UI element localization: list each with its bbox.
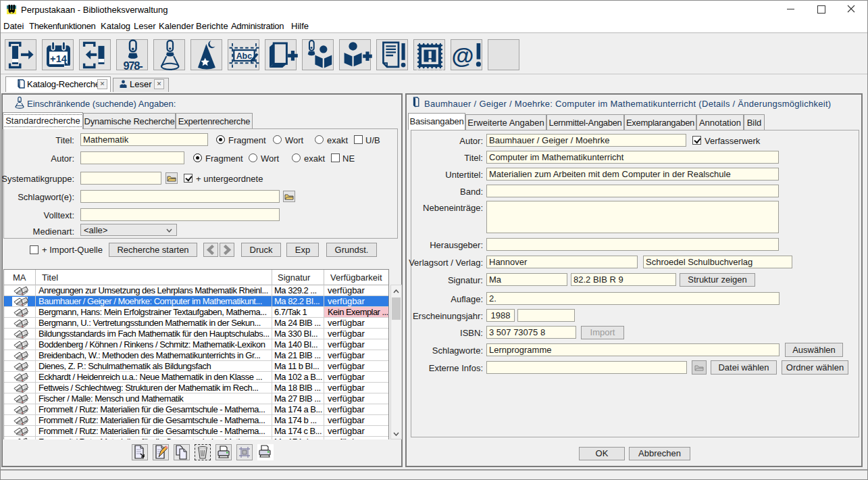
svg-text:Abc: Abc bbox=[236, 51, 253, 61]
svg-text:+14: +14 bbox=[50, 53, 68, 64]
svg-text:@: @ bbox=[451, 43, 474, 68]
svg-text:978-: 978- bbox=[123, 59, 143, 72]
